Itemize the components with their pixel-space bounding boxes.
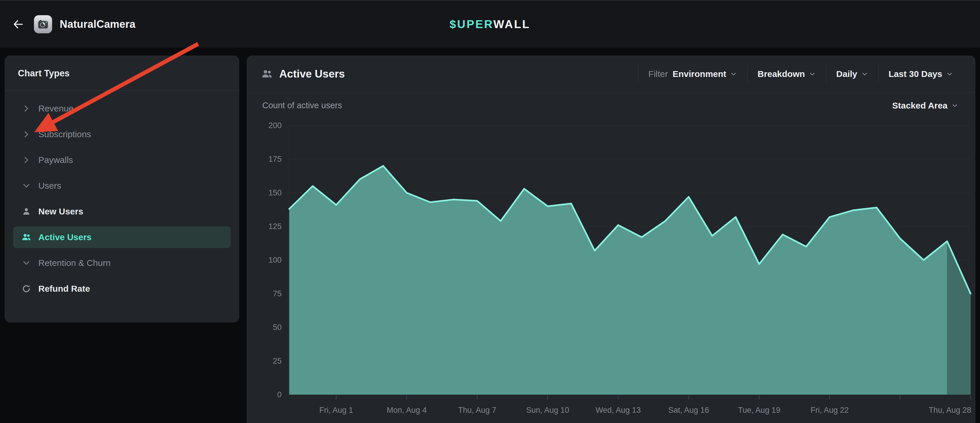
chevron-right-icon [21, 155, 33, 165]
svg-text:125: 125 [269, 222, 282, 231]
topbar-left: NaturalCamera [0, 15, 135, 33]
chart-types-sidebar: Chart Types RevenueSubscriptionsPaywalls… [5, 55, 239, 322]
refresh-icon [21, 284, 33, 294]
active-users-panel: Active Users Filter Environment Breakdow… [247, 55, 975, 423]
svg-text:Sun, Aug 10: Sun, Aug 10 [526, 406, 569, 415]
sidebar-item-label: Revenue [38, 103, 73, 114]
chart-subtitle: Count of active users [262, 101, 342, 110]
app-title: NaturalCamera [60, 18, 135, 30]
svg-text:50: 50 [273, 323, 282, 332]
back-arrow-icon [12, 18, 24, 30]
filter-prefix-label: Filter [648, 69, 668, 79]
topbar: NaturalCamera $UPERWALL [0, 0, 980, 48]
superwall-logo: $UPERWALL [450, 18, 530, 31]
svg-text:175: 175 [269, 155, 282, 163]
sidebar-item-refund-rate[interactable]: Refund Rate [5, 276, 239, 302]
sidebar-item-paywalls[interactable]: Paywalls [5, 147, 239, 173]
svg-text:Fri, Aug 22: Fri, Aug 22 [811, 406, 849, 415]
svg-text:100: 100 [269, 256, 282, 265]
sidebar-item-label: Refund Rate [38, 284, 90, 294]
chevron-down-icon [730, 70, 737, 78]
sidebar-item-label: Active Users [38, 232, 92, 242]
sidebar-item-label: Paywalls [38, 155, 73, 165]
chevron-down-icon [946, 70, 953, 78]
chevron-down-icon [808, 70, 816, 78]
svg-text:Tue, Aug 19: Tue, Aug 19 [738, 406, 780, 415]
svg-text:Fri, Aug 1: Fri, Aug 1 [319, 406, 353, 415]
svg-text:Mon, Aug 4: Mon, Aug 4 [387, 406, 427, 415]
sidebar-item-active-users[interactable]: Active Users [13, 227, 231, 248]
sidebar-item-revenue[interactable]: Revenue [5, 96, 239, 121]
app-icon-natural-camera [34, 15, 52, 33]
sidebar-item-label: New Users [38, 206, 83, 217]
date-range-dropdown[interactable]: Last 30 Days [878, 65, 963, 83]
svg-text:150: 150 [269, 189, 282, 197]
chart-subheader: Count of active users Stacked Area [247, 92, 975, 111]
chevron-right-icon [21, 103, 33, 114]
people-icon [21, 232, 33, 242]
logo-white-part: WALL [493, 18, 530, 30]
back-button[interactable] [10, 16, 26, 32]
sidebar-item-subscriptions[interactable]: Subscriptions [5, 121, 239, 147]
chevron-down-icon [21, 181, 33, 191]
chart-type-dropdown[interactable]: Stacked Area [892, 101, 959, 111]
filter-environment-dropdown[interactable]: Filter Environment [638, 65, 747, 83]
panel-header-left: Active Users [261, 68, 345, 80]
svg-text:Sat, Aug 16: Sat, Aug 16 [668, 406, 709, 415]
svg-text:Thu, Aug 28: Thu, Aug 28 [929, 406, 971, 415]
person-icon [21, 206, 33, 217]
sidebar-title: Chart Types [5, 56, 239, 90]
sidebar-item-new-users[interactable]: New Users [5, 199, 239, 224]
svg-text:75: 75 [273, 289, 282, 298]
sidebar-item-label: Retention & Churn [38, 258, 111, 268]
logo-teal-part: $UPER [450, 18, 493, 30]
sidebar-item-label: Users [38, 181, 61, 191]
sidebar-item-retention-churn[interactable]: Retention & Churn [5, 250, 239, 276]
svg-text:Thu, Aug 7: Thu, Aug 7 [458, 406, 496, 415]
camera-icon [36, 17, 50, 31]
sidebar-item-label: Subscriptions [38, 129, 91, 139]
svg-text:25: 25 [273, 356, 282, 365]
filter-bar: Filter Environment Breakdown Daily Last … [638, 65, 963, 83]
svg-text:0: 0 [277, 390, 282, 399]
stacked-area-chart: 0255075100125150175200Fri, Aug 1Mon, Aug… [247, 56, 975, 423]
panel-title: Active Users [279, 68, 345, 80]
people-icon [261, 68, 273, 80]
chevron-right-icon [21, 129, 33, 139]
sidebar-list: RevenueSubscriptionsPaywallsUsersNew Use… [5, 91, 239, 302]
chevron-down-icon [861, 70, 869, 78]
sidebar-item-users[interactable]: Users [5, 173, 239, 199]
svg-text:Wed, Aug 13: Wed, Aug 13 [596, 406, 641, 415]
svg-text:200: 200 [269, 121, 282, 130]
chevron-down-icon [951, 102, 959, 109]
breakdown-dropdown[interactable]: Breakdown [747, 65, 826, 83]
panel-header: Active Users Filter Environment Breakdow… [247, 56, 975, 92]
chevron-down-icon [21, 258, 33, 268]
interval-dropdown[interactable]: Daily [826, 65, 878, 83]
